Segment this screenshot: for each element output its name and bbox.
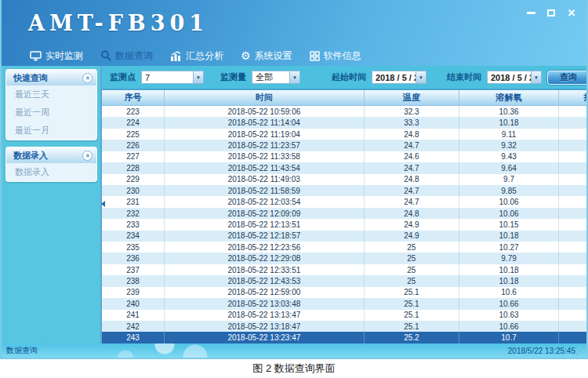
table-row[interactable]: 2372018-05-22 12:33:512510.18正常 — [102, 264, 586, 275]
cell-temperature: 24.8 — [365, 174, 459, 185]
table-row[interactable]: 2302018-05-22 11:58:5924.79.85正常 — [102, 185, 586, 196]
table-row[interactable]: 2332018-05-22 12:13:5124.910.15正常 — [102, 219, 586, 230]
cell-temperature: 24.7 — [365, 162, 459, 173]
table-grid: 序号 时间 温度 溶解氧 报警状态 2232018-05-22 10:59:06… — [102, 90, 586, 343]
figure-caption: 图 2 数据查询界面 — [0, 359, 588, 378]
grid-icon — [310, 51, 320, 61]
end-time-select[interactable]: 2018 / 5 / 22 ▼ — [487, 71, 542, 84]
monitor-point-select[interactable]: 7 ▼ — [141, 71, 204, 84]
panel-title: 数据录入 — [13, 150, 48, 162]
table-row[interactable]: 2422018-05-22 13:18:4725.110.66正常 — [102, 321, 586, 332]
cell-seq: 234 — [102, 231, 165, 242]
table-row[interactable]: 2292018-05-22 11:49:0324.89.7正常 — [102, 174, 586, 185]
cell-dissolved-oxygen: 9.85 — [459, 185, 559, 196]
cell-seq: 230 — [102, 185, 165, 196]
cell-temperature: 33.3 — [365, 117, 459, 128]
minimize-button[interactable] — [525, 7, 536, 18]
cell-time: 2018-05-22 11:14:04 — [165, 117, 365, 128]
gear-icon: ⚙ — [241, 50, 251, 61]
table-row[interactable]: 2242018-05-22 11:14:0433.310.18正常 — [102, 117, 586, 128]
splitter-collapse-icon[interactable] — [101, 201, 105, 207]
cell-temperature: 24.7 — [365, 140, 459, 151]
chevron-down-icon: ▼ — [416, 71, 426, 83]
table-row[interactable]: 2232018-05-22 10:59:0632.310.36正常 — [102, 106, 586, 117]
cell-temperature: 25.1 — [365, 321, 459, 332]
chart-icon — [170, 51, 182, 61]
cell-alarm-status: 正常 — [559, 332, 586, 343]
table-row[interactable]: 2252018-05-22 11:19:0424.89.11正常 — [102, 129, 586, 140]
filter-buttons: 查询 导出 — [547, 71, 586, 85]
sidebar-item-data-entry[interactable]: 数据录入 — [6, 163, 96, 181]
query-button[interactable]: 查询 — [547, 71, 586, 85]
cell-temperature: 24.6 — [365, 151, 459, 162]
cell-time: 2018-05-22 11:33:58 — [165, 151, 365, 162]
table-row[interactable]: 2262018-05-22 11:23:5724.79.32正常 — [102, 140, 586, 151]
table-row[interactable]: 2402018-05-22 13:03:4825.110.66正常 — [102, 298, 586, 309]
collapse-up-icon[interactable]: « — [82, 151, 93, 161]
cell-temperature: 25 — [365, 264, 459, 275]
table-row[interactable]: 2282018-05-22 11:43:5424.79.64正常 — [102, 162, 586, 173]
menu-item-realtime-monitor[interactable]: 实时监测 — [30, 49, 83, 63]
table-row[interactable]: 2432018-05-22 13:23:4725.210.7正常 — [102, 332, 586, 343]
table-row[interactable]: 2322018-05-22 12:09:0924.810.06正常 — [102, 208, 586, 219]
chevron-down-icon: ▼ — [289, 71, 299, 83]
resize-grip[interactable] — [583, 347, 584, 349]
sidebar-item-last-3-days[interactable]: 最近三天 — [6, 85, 96, 104]
cell-time: 2018-05-22 12:18:57 — [165, 231, 365, 242]
cell-temperature: 25.2 — [365, 332, 459, 343]
quick-query-panel-header[interactable]: 快速查询 « — [6, 70, 96, 85]
monitor-point-value: 7 — [142, 71, 193, 83]
cell-time: 2018-05-22 12:29:08 — [165, 253, 365, 264]
start-time-select[interactable]: 2018 / 5 / 20 ▼ — [372, 71, 426, 84]
cell-dissolved-oxygen: 10.18 — [459, 275, 559, 286]
cell-seq: 232 — [102, 208, 165, 219]
measure-value: 全部 — [252, 71, 289, 83]
data-entry-panel-header[interactable]: 数据录入 « — [6, 147, 96, 163]
end-time-label: 结束时间 — [447, 71, 481, 83]
cell-dissolved-oxygen: 10.6 — [459, 287, 559, 298]
sidebar-item-last-month[interactable]: 最近一月 — [6, 122, 96, 140]
table-row[interactable]: 2272018-05-22 11:33:5824.69.43正常 — [102, 151, 586, 162]
table-row[interactable]: 2412018-05-22 13:13:4725.110.63正常 — [102, 310, 586, 321]
collapse-up-icon[interactable]: « — [82, 73, 93, 83]
cell-temperature: 25.1 — [365, 298, 459, 309]
close-button[interactable]: ✕ — [566, 7, 577, 18]
cell-alarm-status: 正常 — [559, 242, 586, 253]
cell-dissolved-oxygen: 10.27 — [459, 242, 559, 253]
measure-select[interactable]: 全部 ▼ — [252, 71, 300, 84]
table-row[interactable]: 2392018-05-22 12:59:0025.110.6正常 — [102, 287, 586, 298]
cell-temperature: 25.1 — [365, 310, 459, 321]
table-row[interactable]: 2342018-05-22 12:18:5724.910.18正常 — [102, 231, 586, 242]
cell-alarm-status: 正常 — [559, 151, 586, 162]
menu-item-software-info[interactable]: 软件信息 — [310, 49, 361, 63]
cell-seq: 225 — [102, 129, 165, 140]
panel-title: 快速查询 — [13, 72, 48, 84]
menu-item-system-settings[interactable]: ⚙ 系统设置 — [241, 49, 292, 63]
table-row[interactable]: 2362018-05-22 12:29:08259.79正常 — [102, 253, 586, 264]
cell-temperature: 24.9 — [365, 231, 459, 242]
cell-dissolved-oxygen: 10.18 — [459, 231, 559, 242]
sidebar-item-last-week[interactable]: 最近一周 — [6, 104, 96, 122]
menu-item-data-query[interactable]: 数据查询 — [100, 49, 153, 63]
cell-seq: 226 — [102, 140, 165, 151]
table-row[interactable]: 2382018-05-22 12:43:532510.18正常 — [102, 275, 586, 286]
cell-seq: 233 — [102, 219, 165, 230]
menu-item-summary-analysis[interactable]: 汇总分析 — [170, 49, 223, 63]
search-icon — [100, 50, 111, 61]
table-header: 序号 时间 温度 溶解氧 报警状态 — [102, 90, 586, 106]
table-row[interactable]: 2352018-05-22 12:23:562510.27正常 — [102, 242, 586, 253]
cell-alarm-status: 正常 — [559, 298, 586, 309]
cell-seq: 241 — [102, 310, 165, 321]
status-bar: 数据查询 2018/5/22 13:25:45 — [2, 343, 586, 358]
table-row[interactable]: 2312018-05-22 12:03:5424.710.06正常 — [102, 196, 586, 207]
end-time-value: 2018 / 5 / 22 — [488, 71, 531, 83]
maximize-button[interactable] — [546, 7, 557, 18]
cell-time: 2018-05-22 12:09:09 — [165, 208, 365, 219]
cell-seq: 223 — [102, 106, 165, 117]
cell-alarm-status: 正常 — [559, 117, 586, 128]
menu-item-label: 软件信息 — [324, 49, 361, 63]
cell-seq: 229 — [102, 174, 165, 185]
cell-alarm-status: 正常 — [559, 174, 586, 185]
cell-dissolved-oxygen: 10.66 — [459, 321, 559, 332]
cell-time: 2018-05-22 11:49:03 — [165, 174, 365, 185]
